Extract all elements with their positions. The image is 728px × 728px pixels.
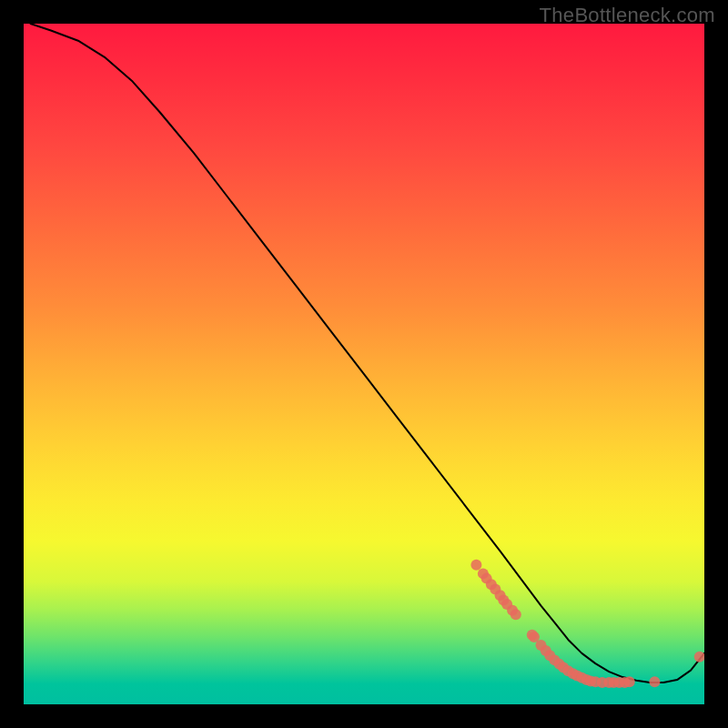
chart-overlay xyxy=(24,24,704,704)
chart-frame: TheBottleneck.com xyxy=(0,0,728,728)
chart-markers xyxy=(470,560,704,688)
marker-point xyxy=(624,676,635,687)
plot-area xyxy=(24,24,704,704)
marker-point xyxy=(511,609,521,620)
chart-curve xyxy=(30,24,704,682)
marker-point xyxy=(470,560,481,571)
marker-point xyxy=(694,652,704,662)
marker-point xyxy=(649,676,660,687)
watermark-text: TheBottleneck.com xyxy=(540,4,715,27)
